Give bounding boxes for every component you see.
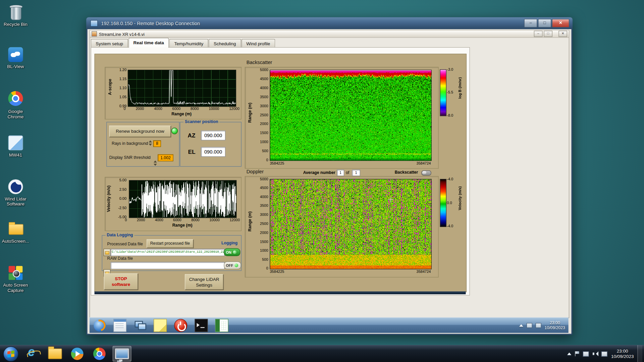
velocity-y-axis-label: Velocity (m/s) xyxy=(106,185,111,212)
tick-label: 4000 xyxy=(155,218,163,222)
remote-taskbar: 23:00 10/09/2023 xyxy=(90,317,569,333)
raw-data-file-label: RAW Data file xyxy=(107,256,133,260)
remote-spreadsheet-icon[interactable] xyxy=(215,319,228,332)
taskbar-chrome[interactable] xyxy=(90,346,108,361)
processed-logging-toggle[interactable]: ON xyxy=(224,248,240,256)
internet-explorer-icon xyxy=(26,347,39,360)
backscatter-y-ticks: 5000450040003500300025002000150010005000 xyxy=(256,68,268,162)
desktop-icon-google-chrome[interactable]: Google Chrome xyxy=(0,90,31,119)
processed-path-browse-icon[interactable] xyxy=(104,249,111,256)
app-titlebar[interactable]: StreamLine XR v14-6.vi – □ ✕ xyxy=(90,31,569,38)
az-value-field[interactable]: 090.000 xyxy=(201,130,225,140)
off-led xyxy=(234,263,238,267)
remote-clock[interactable]: 23:00 10/09/2023 xyxy=(545,320,565,330)
desktop-icon-autoscreen-folder[interactable]: AutoScreen... xyxy=(0,221,31,244)
snr-value[interactable]: 1.002 xyxy=(158,154,173,161)
snr-threshold-label: Display SNR threshold xyxy=(109,155,151,160)
maximize-icon[interactable]: □ xyxy=(544,31,552,37)
of-label: of xyxy=(346,170,349,175)
backscatter-toggle-switch[interactable] xyxy=(421,170,431,176)
tab-system-setup[interactable]: System setup xyxy=(91,39,128,48)
remote-browser-icon[interactable] xyxy=(94,319,106,331)
close-icon[interactable]: ✕ xyxy=(552,19,569,27)
display-icon[interactable] xyxy=(583,351,589,357)
maximize-icon[interactable]: □ xyxy=(538,19,551,27)
remote-command-prompt-icon[interactable] xyxy=(195,319,208,332)
windows-logo-icon xyxy=(7,350,14,357)
on-led xyxy=(233,250,236,254)
tab-wind-profile[interactable]: Wind profile xyxy=(241,39,275,48)
stop-software-button[interactable]: STOP software xyxy=(104,274,138,290)
minimize-icon[interactable]: – xyxy=(534,31,543,37)
desktop-icon-wind-lidar[interactable]: Wind Lidar Software xyxy=(0,179,31,207)
show-desktop-button[interactable] xyxy=(637,345,642,362)
tick-label: 4500 xyxy=(260,77,268,81)
ascope-y-axis-label: A-scope xyxy=(108,79,112,95)
remote-tray-expand-icon[interactable] xyxy=(519,324,523,326)
scanner-position-group: Scanner position AZ 090.000 EL 090.000 xyxy=(180,122,241,167)
settings-button-line2: Settings xyxy=(185,282,223,288)
tick-label: 5000 xyxy=(260,68,268,72)
clock-time: 23:00 xyxy=(611,349,634,354)
rays-spinner[interactable] xyxy=(148,140,152,146)
average-number-field[interactable]: 1 xyxy=(337,170,344,176)
tick-label: 1000 xyxy=(260,140,268,144)
change-lidar-settings-button[interactable]: Change LiDAR Settings xyxy=(185,274,223,290)
tick-label: 4000 xyxy=(154,107,162,111)
desktop-icon-label: Recycle Bin xyxy=(0,22,31,27)
average-count-field[interactable]: 1 xyxy=(352,170,360,176)
raw-logging-toggle[interactable]: OFF xyxy=(224,261,241,269)
desktop-icon-auto-screen-capture[interactable]: Auto Screen Capture xyxy=(0,265,31,293)
desktop-icon-recycle-bin[interactable]: Recycle Bin xyxy=(0,4,31,27)
desktop-icon-label: Google Chrome xyxy=(0,109,31,119)
remote-volume-icon[interactable] xyxy=(536,323,541,328)
tick-label: 0.00 xyxy=(119,197,126,201)
tick-label: 500 xyxy=(262,257,268,261)
processed-path-field[interactable]: C:\Lidar\Data\Proc\2023\202309\20230910\… xyxy=(110,249,224,256)
remote-notepad-icon[interactable] xyxy=(113,319,126,332)
tray-expand-icon[interactable] xyxy=(567,353,571,355)
raw-path-field[interactable] xyxy=(110,262,224,269)
taskbar-internet-explorer[interactable] xyxy=(24,346,42,361)
tab-real-time-data[interactable]: Real time data xyxy=(128,38,169,48)
tick-label: 2000 xyxy=(260,122,268,126)
backscatter-plot-frame: Range (m) 500045004000350030002500200015… xyxy=(245,67,439,169)
remote-clock-date: 10/09/2023 xyxy=(545,325,565,330)
network-icon[interactable] xyxy=(601,351,607,357)
tab-scheduling[interactable]: Scheduling xyxy=(209,39,241,48)
renew-background-button[interactable]: Renew background now xyxy=(109,126,171,137)
close-icon[interactable]: ✕ xyxy=(558,31,567,37)
stop-button-line1: STOP xyxy=(104,276,138,282)
remote-rdp-icon[interactable] xyxy=(134,319,146,331)
system-clock[interactable]: 23:00 10/09/2023 xyxy=(611,349,634,359)
remote-power-icon[interactable] xyxy=(174,319,187,332)
minimize-icon[interactable]: – xyxy=(524,19,537,27)
clock-date: 10/09/2023 xyxy=(611,354,634,359)
average-number-label: Average number xyxy=(303,170,335,175)
taskbar-rdp-active[interactable] xyxy=(113,346,131,362)
el-value-field[interactable]: 090.000 xyxy=(201,147,225,157)
doppler-x-start: 3584225 xyxy=(270,269,284,274)
tick-label: 10000 xyxy=(209,107,219,111)
chrome-icon xyxy=(7,91,24,108)
remote-sticky-notes-icon[interactable] xyxy=(154,319,167,332)
volume-icon[interactable] xyxy=(593,351,598,356)
snr-spinner[interactable] xyxy=(153,160,157,166)
rays-value[interactable]: 8 xyxy=(153,140,161,147)
taskbar-file-explorer[interactable] xyxy=(46,346,64,361)
doppler-x-end: 3584724 xyxy=(417,269,431,274)
chrome-icon xyxy=(93,348,106,360)
backscatter-y-axis-label: Range (m) xyxy=(248,103,252,123)
desktop-icon-mw41[interactable]: MW41 xyxy=(0,135,31,158)
start-button[interactable] xyxy=(3,346,18,361)
desktop-icon-bl-view[interactable]: BL-View xyxy=(0,46,31,69)
action-center-flag-icon[interactable] xyxy=(575,351,579,356)
desktop-icon-label: MW41 xyxy=(0,152,31,158)
remote-network-icon[interactable] xyxy=(527,323,532,328)
doppler-colorbar-ticks: -4.00.0-4.0 xyxy=(447,177,458,228)
taskbar-media-player[interactable] xyxy=(68,346,86,361)
restart-processed-file-button[interactable]: Restart processed file xyxy=(147,239,194,248)
tab-temp-humidity[interactable]: Temp/humidity xyxy=(169,39,208,48)
rdp-titlebar[interactable]: 192.168.0.150 - Remote Desktop Connectio… xyxy=(86,17,573,29)
velocity-plot-frame: Velocity (m/s) 5.002.500.00-2.50-5.00 02… xyxy=(105,177,241,231)
